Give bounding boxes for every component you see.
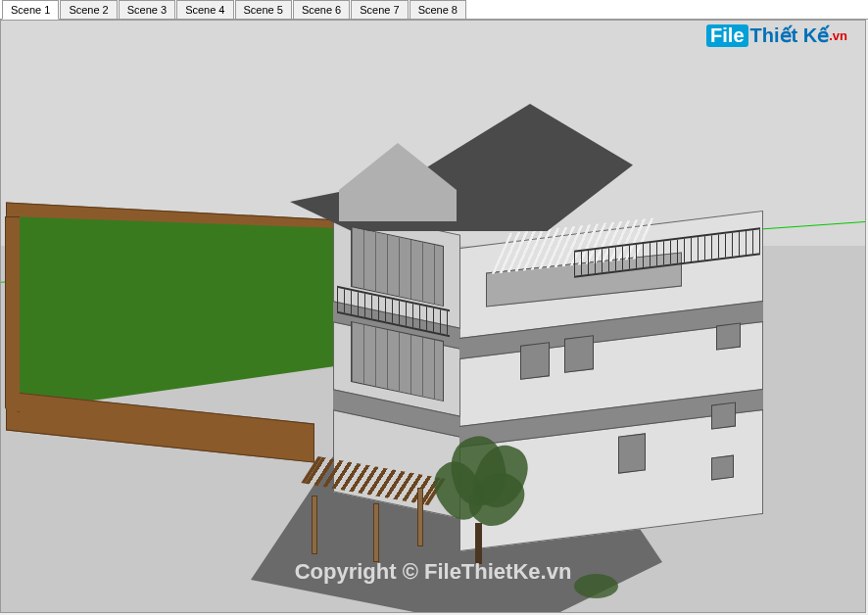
entrance-post-3: [417, 488, 423, 546]
scene-tab-4[interactable]: Scene 4: [176, 0, 233, 19]
roof-gable-face: [339, 143, 457, 221]
window-side-5: [711, 402, 736, 429]
logo-part-file: File: [706, 24, 747, 47]
shrub: [574, 574, 618, 598]
scene-tab-7[interactable]: Scene 7: [351, 0, 408, 19]
scene-tabs-bar: Scene 1 Scene 2 Scene 3 Scene 4 Scene 5 …: [0, 0, 868, 20]
watermark-copyright: Copyright © FileThietKe.vn: [295, 559, 572, 585]
window-side-6: [711, 455, 734, 481]
entrance-post-1: [312, 496, 317, 554]
fence-wall-front: [6, 391, 314, 462]
scene-tab-6[interactable]: Scene 6: [293, 0, 350, 19]
scene-tab-8[interactable]: Scene 8: [410, 0, 466, 19]
house-model: [329, 104, 799, 574]
lawn-back: [9, 216, 342, 412]
tree-front: [432, 437, 530, 564]
window-side-2: [564, 335, 594, 373]
entrance-post-2: [373, 503, 379, 562]
scene-tab-5[interactable]: Scene 5: [235, 0, 292, 19]
tree-trunk: [475, 523, 482, 564]
model-viewport[interactable]: File Thiết Kế .vn Copyright © FileThietK…: [0, 20, 866, 613]
window-side-4: [618, 433, 646, 473]
scene-tab-1[interactable]: Scene 1: [2, 0, 59, 20]
logo-part-thietke: Thiết Kế: [750, 24, 830, 47]
scene-tab-3[interactable]: Scene 3: [119, 0, 175, 19]
logo-part-vn: .vn: [829, 28, 847, 43]
window-side-1: [520, 342, 550, 380]
scene-tab-2[interactable]: Scene 2: [60, 0, 117, 19]
window-side-3: [716, 322, 741, 350]
watermark-logo: File Thiết Kế .vn: [706, 24, 847, 47]
